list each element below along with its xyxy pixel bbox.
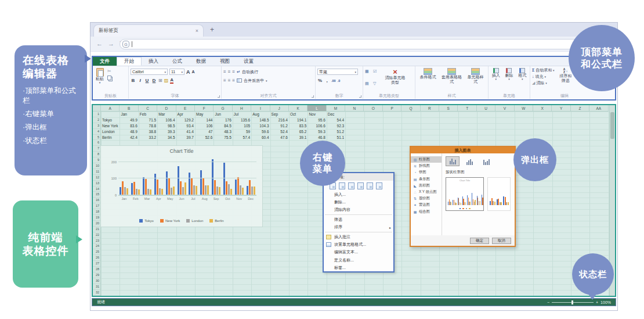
sheet-cell[interactable]: 38.8: [139, 129, 157, 135]
sheet-cell[interactable]: 60.4: [251, 135, 270, 141]
align-top-icon[interactable]: ≡: [223, 70, 226, 74]
row-number[interactable]: 13: [93, 181, 100, 187]
row-number[interactable]: 23: [93, 238, 100, 244]
column-header[interactable]: P: [383, 105, 401, 112]
column-header[interactable]: D: [157, 105, 176, 112]
column-header[interactable]: X: [533, 105, 552, 112]
row-number[interactable]: 25: [93, 249, 100, 255]
row-number[interactable]: 5: [93, 135, 100, 141]
dropdown-cell-icon[interactable]: ▽: [373, 81, 380, 92]
column-header[interactable]: W: [515, 105, 533, 112]
column-header[interactable]: A: [101, 105, 120, 112]
row-number[interactable]: 19: [93, 215, 100, 221]
ribbon-tab[interactable]: 数据: [189, 57, 213, 66]
address-bar[interactable]: G: [120, 39, 613, 49]
sheet-cell[interactable]: 65.2: [289, 129, 307, 135]
checkbox-cell-icon[interactable]: ☑: [373, 69, 380, 80]
menu-item[interactable]: 插入...: [324, 191, 393, 198]
chart-type-item[interactable]: ⇅股价图: [411, 195, 442, 202]
back-icon[interactable]: ←: [96, 40, 103, 48]
paste-option-icon[interactable]: [339, 182, 345, 189]
list-cell-icon[interactable]: ▤: [365, 81, 372, 92]
chart-type-item[interactable]: ◣面积图: [411, 182, 442, 189]
cancel-button[interactable]: 取消: [492, 238, 511, 244]
column-header[interactable]: Z: [571, 105, 589, 112]
sheet-cell[interactable]: 52.4: [270, 129, 289, 135]
sheet-cell[interactable]: 52.6: [195, 135, 214, 141]
column-header[interactable]: H: [233, 105, 251, 112]
row-number[interactable]: 8: [93, 152, 100, 157]
fill-color-icon[interactable]: ▨: [164, 78, 169, 83]
row-number[interactable]: 20: [93, 221, 100, 227]
format-cells-button[interactable]: 格式 ▾: [517, 67, 527, 92]
column-header[interactable]: K: [289, 105, 307, 112]
sheet-cell[interactable]: 129.2: [176, 117, 195, 123]
sheet-cell[interactable]: 106: [195, 123, 214, 129]
chart-type-item[interactable]: ▤条形图: [411, 176, 442, 182]
underline-button[interactable]: U: [144, 78, 150, 83]
sheet-cell[interactable]: 216.4: [270, 117, 289, 123]
sheet-cell[interactable]: 51.1: [327, 135, 345, 141]
row-number[interactable]: 2: [93, 117, 100, 123]
font-size-select[interactable]: 11▾: [169, 69, 184, 75]
column-header[interactable]: G: [214, 105, 232, 112]
column-header[interactable]: U: [477, 105, 495, 112]
browser-tab[interactable]: 新标签页 ×: [93, 24, 204, 37]
paste-option-icon[interactable]: [367, 182, 373, 189]
ribbon-tab[interactable]: 设置: [237, 57, 261, 66]
sheet-cell[interactable]: 47.6: [270, 135, 289, 141]
sheet-cell[interactable]: 42.4: [120, 135, 138, 141]
menu-item[interactable]: 插入批注: [324, 233, 393, 241]
row-number[interactable]: 30: [93, 278, 100, 284]
format-as-table-button[interactable]: 套用表格格式: [440, 67, 464, 92]
sheet-cell[interactable]: Tokyo: [101, 117, 120, 123]
align-middle-icon[interactable]: ≡: [228, 70, 231, 74]
chart-subtype-thumbnail[interactable]: [462, 156, 476, 166]
font-color-icon[interactable]: A: [170, 77, 173, 84]
delete-cells-button[interactable]: 删除 ▾: [504, 67, 514, 92]
clear-cell-type-button[interactable]: × 清除单元格类型: [382, 67, 408, 92]
double-underline-button[interactable]: D: [151, 78, 157, 83]
column-header[interactable]: AA: [589, 105, 608, 112]
sheet-cell[interactable]: 75.5: [214, 135, 232, 141]
sheet-cell[interactable]: 84.5: [214, 123, 232, 129]
chart-subtype-thumbnail[interactable]: [479, 156, 493, 166]
dialog-launcher-icon[interactable]: [312, 95, 314, 98]
column-header[interactable]: Q: [401, 105, 420, 112]
autosum-button[interactable]: Σ 自动求和 ▾: [532, 67, 555, 73]
row-number[interactable]: 17: [93, 203, 100, 209]
column-header[interactable]: J: [270, 105, 289, 112]
row-number[interactable]: 15: [93, 192, 100, 198]
sheet-cell[interactable]: 95.6: [307, 117, 326, 123]
sheet-cell[interactable]: 41.4: [176, 129, 195, 135]
align-left-icon[interactable]: ≡: [223, 78, 226, 83]
sheet-cell[interactable]: 78.8: [139, 123, 157, 129]
comma-style-button[interactable]: ,: [324, 78, 330, 83]
dialog-launcher-icon[interactable]: [218, 95, 220, 98]
zoom-slider[interactable]: [552, 302, 594, 303]
row-number[interactable]: 6: [93, 140, 100, 146]
sheet-cell[interactable]: 98.5: [157, 123, 176, 129]
sheet-cell[interactable]: 51.2: [327, 129, 345, 135]
wrap-text-button[interactable]: 自动换行: [242, 69, 258, 75]
column-header[interactable]: R: [421, 105, 439, 112]
font-name-select[interactable]: Calibri▾: [131, 69, 168, 75]
row-number[interactable]: 27: [93, 261, 100, 267]
sheet-cell[interactable]: 59.3: [307, 129, 326, 135]
ribbon-tab[interactable]: 插入: [142, 57, 165, 66]
shrink-font-icon[interactable]: A: [192, 70, 195, 74]
chart-type-item[interactable]: ✶雷达图: [411, 202, 442, 208]
sheet-cell[interactable]: 33.2: [139, 135, 157, 141]
ribbon-tab[interactable]: 公式: [165, 57, 189, 66]
sheet-cell[interactable]: Feb: [139, 112, 157, 117]
ribbon-tab[interactable]: 开始: [117, 57, 142, 66]
forward-icon[interactable]: →: [108, 40, 114, 48]
sheet-cell[interactable]: 46.8: [307, 135, 326, 141]
sheet-cell[interactable]: London: [101, 129, 120, 135]
paste-option-icon[interactable]: [357, 182, 364, 189]
sheet-cell[interactable]: 39.1: [289, 135, 307, 141]
sheet-cell[interactable]: 176: [214, 117, 232, 123]
sheet-cell[interactable]: 48.9: [120, 129, 138, 135]
align-right-icon[interactable]: ≡: [232, 78, 235, 83]
chart-type-item[interactable]: ◔饼图: [411, 169, 442, 175]
